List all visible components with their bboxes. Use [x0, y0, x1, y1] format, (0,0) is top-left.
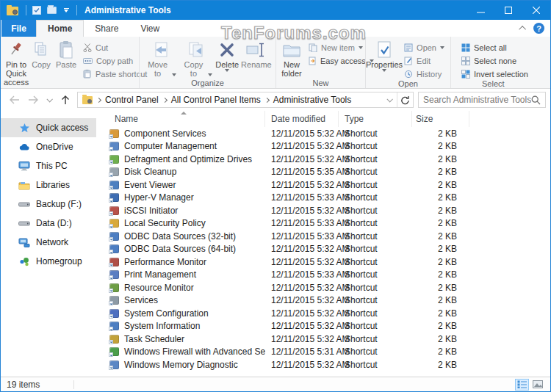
shortcut-arrow-icon: [109, 224, 113, 228]
invert-selection-button[interactable]: Invert selection: [461, 68, 528, 79]
paste-button[interactable]: Paste: [54, 39, 79, 70]
table-row[interactable]: Disk Cleanup 12/11/2015 5:35 AM Shortcut…: [96, 166, 550, 179]
copy-to-button[interactable]: Copy to: [179, 39, 214, 79]
table-row[interactable]: System Information 12/11/2015 5:32 AM Sh…: [96, 320, 550, 333]
qat-new-folder-button[interactable]: [44, 3, 59, 18]
sidebar-item-libraries[interactable]: Libraries: [1, 175, 96, 195]
rename-button[interactable]: Rename: [240, 39, 273, 70]
large-icons-view-button[interactable]: [530, 379, 544, 391]
table-row[interactable]: System Configuration 12/11/2015 5:32 AM …: [96, 307, 550, 320]
open-label: Open: [417, 43, 436, 52]
table-row[interactable]: Defragment and Optimize Drives 12/11/201…: [96, 153, 550, 166]
copy-to-label: Copy to: [181, 60, 206, 78]
tab-share[interactable]: Share: [84, 20, 129, 37]
sidebar-item-backup-f[interactable]: Backup (F:): [1, 195, 96, 214]
properties-button[interactable]: Properties: [369, 39, 400, 74]
table-row[interactable]: Windows Firewall with Advanced Security …: [96, 346, 550, 359]
file-icon: [109, 296, 119, 305]
sidebar-item-network[interactable]: Network: [1, 233, 96, 252]
details-view-button[interactable]: [515, 379, 529, 391]
copy-button[interactable]: Copy: [29, 39, 54, 70]
table-row[interactable]: Hyper-V Manager 12/11/2015 5:33 AM Short…: [96, 192, 550, 205]
select-all-button[interactable]: Select all: [461, 42, 528, 53]
open-button[interactable]: Open: [404, 42, 444, 53]
sidebar-item-quick-access[interactable]: Quick access: [1, 118, 96, 137]
column-header-size[interactable]: Size: [412, 111, 469, 127]
table-row[interactable]: Resource Monitor 12/11/2015 5:32 AM Shor…: [96, 281, 550, 294]
properties-icon: [376, 40, 392, 60]
chevron-up-icon: [519, 26, 526, 33]
tab-view[interactable]: View: [129, 20, 170, 37]
refresh-button[interactable]: [397, 92, 413, 107]
address-dropdown-button[interactable]: [382, 92, 397, 107]
caption-buttons: [467, 1, 550, 20]
history-button[interactable]: History: [404, 68, 444, 79]
sidebar-item-this-pc[interactable]: This PC: [1, 156, 96, 175]
search-icon[interactable]: [531, 95, 541, 105]
cut-button[interactable]: Cut: [83, 42, 147, 53]
shortcut-arrow-icon: [109, 301, 113, 305]
table-row[interactable]: Component Services 12/11/2015 5:32 AM Sh…: [96, 127, 550, 140]
tab-home[interactable]: Home: [36, 20, 84, 37]
close-button[interactable]: [522, 1, 550, 20]
table-row[interactable]: Performance Monitor 12/11/2015 5:32 AM S…: [96, 255, 550, 269]
easy-access-button[interactable]: Easy access: [309, 55, 374, 66]
forward-button[interactable]: [26, 92, 40, 107]
breadcrumb-control-panel[interactable]: Control Panel: [105, 95, 159, 105]
column-header-date-modified[interactable]: Date modified: [265, 111, 339, 127]
table-row[interactable]: Windows Memory Diagnostic 12/11/2015 5:3…: [96, 358, 550, 371]
table-row[interactable]: ODBC Data Sources (64-bit) 12/11/2015 5:…: [96, 243, 550, 256]
copy-path-button[interactable]: Copy path: [83, 55, 147, 66]
table-row[interactable]: Task Scheduler 12/11/2015 5:32 AM Shortc…: [96, 333, 550, 346]
table-row[interactable]: ODBC Data Sources (32-bit) 12/11/2015 5:…: [96, 230, 550, 243]
select-none-button[interactable]: Select none: [461, 55, 528, 66]
ribbon-group-select: Select all Select none Invert selection …: [450, 37, 550, 88]
sidebar-item-data-d[interactable]: Data (D:): [1, 214, 96, 233]
new-folder-button[interactable]: New folder: [279, 39, 304, 79]
file-type: Shortcut: [339, 244, 412, 254]
minimize-button[interactable]: [467, 1, 494, 20]
qat-properties-button[interactable]: [29, 3, 44, 18]
qat-customize-button[interactable]: [59, 3, 73, 18]
file-icon: [109, 270, 119, 279]
history-label: History: [417, 70, 442, 79]
table-row[interactable]: Services 12/11/2015 5:32 AM Shortcut 2 K…: [96, 294, 550, 308]
file-icon: [109, 258, 119, 266]
admin-tools-app-icon[interactable]: [7, 5, 18, 15]
breadcrumb-all-control-panel-items[interactable]: All Control Panel Items: [171, 95, 261, 105]
column-header-type[interactable]: Type: [339, 111, 412, 127]
file-icon: [109, 193, 119, 202]
cloud-icon: [18, 141, 30, 153]
recent-locations-button[interactable]: [45, 92, 54, 107]
breadcrumb-administrative-tools[interactable]: Administrative Tools: [273, 95, 352, 105]
pin-to-quick-access-button[interactable]: Pin to Quick access: [4, 39, 29, 87]
file-name: Disk Cleanup: [124, 167, 176, 177]
column-header-name[interactable]: Name: [96, 111, 265, 127]
delete-button[interactable]: Delete: [215, 39, 240, 74]
back-button[interactable]: [7, 92, 21, 107]
search-input[interactable]: [423, 95, 531, 105]
sidebar-item-onedrive[interactable]: OneDrive: [1, 137, 96, 156]
new-item-button[interactable]: New item: [309, 42, 374, 53]
up-button[interactable]: [58, 92, 73, 107]
table-row[interactable]: Event Viewer 12/11/2015 5:32 AM Shortcut…: [96, 178, 550, 192]
table-row[interactable]: Print Management 12/11/2015 5:33 AM Shor…: [96, 269, 550, 282]
file-name: Computer Management: [124, 141, 217, 151]
minimize-ribbon-button[interactable]: [521, 26, 526, 31]
table-row[interactable]: Local Security Policy 12/11/2015 5:33 AM…: [96, 217, 550, 231]
table-row[interactable]: Computer Management 12/11/2015 5:32 AM S…: [96, 140, 550, 153]
sidebar-item-homegroup[interactable]: Homegroup: [1, 252, 96, 271]
paste-shortcut-button[interactable]: Paste shortcut: [83, 68, 147, 79]
maximize-button[interactable]: [494, 1, 522, 20]
tab-file[interactable]: File: [1, 20, 36, 37]
cut-label: Cut: [96, 43, 108, 52]
help-button[interactable]: ?: [533, 23, 544, 34]
file-type: Shortcut: [339, 206, 412, 216]
file-icon: [109, 167, 119, 176]
table-row[interactable]: iSCSI Initiator 12/11/2015 5:32 AM Short…: [96, 204, 550, 217]
file-name: Services: [124, 295, 158, 305]
address-bar[interactable]: Control Panel All Control Panel Items Ad…: [77, 92, 414, 108]
edit-button[interactable]: Edit: [404, 55, 444, 66]
file-name: Task Scheduler: [124, 334, 184, 344]
move-to-button[interactable]: Move to: [143, 39, 179, 79]
